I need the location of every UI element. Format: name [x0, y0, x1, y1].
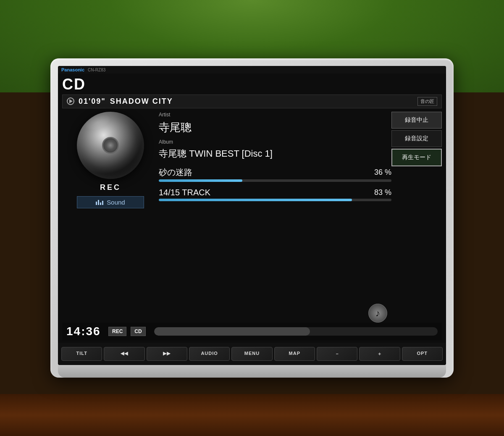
bottom-bezel [58, 365, 446, 378]
left-panel: REC Sound [62, 112, 159, 323]
otaku-badge: 音の匠 [417, 97, 437, 106]
artist-label: Artist [159, 112, 391, 118]
progress-bar-bg-2 [159, 199, 391, 201]
time-display: 14:36 [66, 325, 104, 338]
main-display: CD 01'09" SHADOW CITY 音の匠 [58, 74, 446, 343]
now-playing-time: 01'09" [79, 97, 106, 106]
now-playing-bar: 01'09" SHADOW CITY 音の匠 [62, 95, 442, 108]
progress-percent-2: 83 % [374, 188, 391, 197]
bg-wood [0, 394, 504, 436]
sidebar-btn-rec-settings[interactable]: 録音設定 [391, 130, 442, 147]
sound-button[interactable]: Sound [77, 196, 144, 208]
status-bar: 14:36 REC CD [62, 323, 442, 340]
progress-header-1: 砂の迷路 36 % [159, 167, 391, 178]
status-badge-cd: CD [131, 327, 145, 336]
btn-audio[interactable]: AUDIO [189, 347, 230, 361]
button-row: TILT ◀◀ ▶▶ AUDIO MENU MAP － ＋ OPT [58, 343, 446, 365]
progress-title-1: 砂の迷路 [159, 167, 192, 178]
eq-bar-3 [100, 202, 101, 205]
progress-row-1: 砂の迷路 36 % [159, 167, 391, 182]
btn-map[interactable]: MAP [274, 347, 315, 361]
btn-minus[interactable]: － [317, 347, 357, 361]
album-label: Album [159, 139, 391, 145]
now-playing-track: SHADOW CITY [110, 97, 173, 106]
rec-label: REC [100, 183, 121, 192]
btn-tilt[interactable]: TILT [61, 347, 102, 361]
equalizer-icon [96, 199, 103, 205]
brand-name: Panasonic [61, 67, 84, 72]
model-name: CN-RZ83 [88, 68, 105, 72]
status-badge-rec: REC [108, 327, 126, 336]
album-name: 寺尾聰 TWIN BEST [Disc 1] [159, 147, 391, 160]
status-progress-pill [154, 327, 438, 336]
progress-bar-fill-1 [159, 179, 242, 182]
main-content-row: REC Sound Artist [62, 112, 442, 323]
eq-bar-1 [96, 202, 97, 205]
disc-outer [77, 112, 144, 179]
cd-disc [77, 112, 144, 179]
btn-plus[interactable]: ＋ [359, 347, 400, 361]
center-panel: Artist 寺尾聰 Album 寺尾聰 TWIN BEST [Disc 1] … [159, 112, 391, 323]
info-panel: Artist 寺尾聰 Album 寺尾聰 TWIN BEST [Disc 1] … [159, 112, 391, 304]
music-note-area: ♪ [159, 304, 391, 323]
eq-bar-4 [102, 201, 103, 205]
right-sidebar: 録音中止 録音設定 再生モード [391, 112, 442, 323]
progress-header-2: 14/15 TRACK 83 % [159, 188, 391, 197]
btn-menu[interactable]: MENU [231, 347, 272, 361]
sound-label: Sound [107, 199, 125, 206]
play-info: 01'09" SHADOW CITY [67, 97, 173, 106]
brand-bar: Panasonic CN-RZ83 [58, 66, 446, 74]
btn-opt[interactable]: OPT [402, 347, 443, 361]
disc-shine [84, 112, 112, 132]
screen-area: Panasonic CN-RZ83 CD 01'09" SHADOW CITY … [58, 66, 446, 365]
progress-title-2: 14/15 TRACK [159, 188, 210, 197]
artist-name: 寺尾聰 [159, 120, 391, 135]
progress-bar-bg-1 [159, 179, 391, 182]
status-progress-fill [154, 327, 310, 336]
cd-mode-title: CD [62, 76, 442, 93]
car-unit-bezel: Panasonic CN-RZ83 CD 01'09" SHADOW CITY … [50, 58, 454, 378]
btn-fwd[interactable]: ▶▶ [147, 347, 187, 361]
btn-rew[interactable]: ◀◀ [104, 347, 144, 361]
sidebar-btn-play-mode[interactable]: 再生モード [391, 149, 442, 166]
progress-percent-1: 36 % [374, 168, 391, 177]
play-icon [67, 97, 74, 105]
progress-bar-fill-2 [159, 199, 352, 201]
progress-row-2: 14/15 TRACK 83 % [159, 188, 391, 201]
disc-center [102, 137, 119, 154]
eq-bar-2 [98, 200, 99, 205]
music-note-button[interactable]: ♪ [368, 304, 387, 323]
sidebar-btn-stop-rec[interactable]: 録音中止 [391, 112, 442, 129]
